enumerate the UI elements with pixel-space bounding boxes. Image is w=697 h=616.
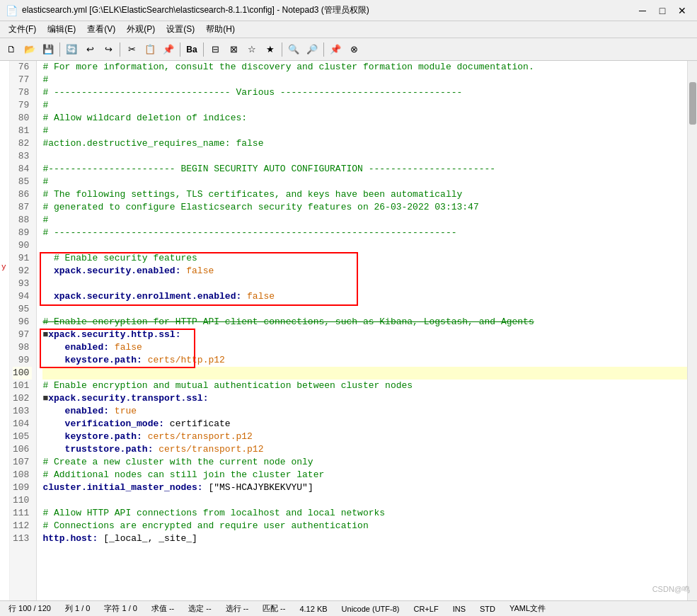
value-text: false xyxy=(180,266,214,276)
value-text: false xyxy=(109,342,142,353)
key-text: verification_mode: xyxy=(42,418,164,429)
pin-button[interactable]: 📌 xyxy=(327,41,344,58)
line-number: 91 xyxy=(13,252,32,265)
status-select: 选定 -- xyxy=(185,603,214,614)
line-numbers: 7677787980818283848586878889909192939495… xyxy=(10,61,37,600)
code-line: #----------------------- BEGIN SECURITY … xyxy=(42,163,687,176)
menu-settings[interactable]: 设置(S) xyxy=(161,22,200,37)
line-number: 96 xyxy=(13,316,32,329)
status-col: 列 1 / 0 xyxy=(62,603,93,614)
redo-button[interactable]: ↪ xyxy=(100,41,117,58)
menu-view[interactable]: 查看(V) xyxy=(81,22,121,37)
status-filetype: YAML文件 xyxy=(507,603,548,614)
status-size: 4.12 KB xyxy=(296,605,330,613)
line-number: 84 xyxy=(13,163,32,176)
status-ins: INS xyxy=(450,605,468,613)
format-button[interactable]: ⊟ xyxy=(207,41,224,58)
menu-file[interactable]: 文件(F) xyxy=(3,22,42,37)
code-line: # For more information, consult the disc… xyxy=(42,61,687,74)
line-number: 101 xyxy=(13,380,32,392)
comment-text: # Connections are encrypted and require … xyxy=(42,520,368,532)
line-number: 93 xyxy=(13,278,32,290)
code-line: ■xpack.security.transport.ssl: xyxy=(42,392,687,405)
line-number: 81 xyxy=(13,125,32,137)
copy-button[interactable]: 📋 xyxy=(142,41,159,58)
key-text: xpack.security.transport.ssl: xyxy=(48,393,208,404)
comment-text: # xyxy=(42,125,48,137)
line-number: 111 xyxy=(13,507,32,520)
line-number: 90 xyxy=(13,239,32,252)
line-number: 113 xyxy=(13,532,32,545)
toolbar-sep-6 xyxy=(323,42,324,57)
code-line: # Create a new cluster with the current … xyxy=(42,456,687,469)
refresh-button[interactable]: 🔄 xyxy=(63,41,80,58)
code-line: # The following settings, TLS certificat… xyxy=(42,188,687,201)
undo-button[interactable]: ↩ xyxy=(81,41,98,58)
menu-appearance[interactable]: 外观(P) xyxy=(121,22,161,37)
line-number: 97 xyxy=(13,329,32,341)
code-line: keystore.path: certs/transport.p12 xyxy=(42,430,687,443)
line-number: 82 xyxy=(13,137,32,150)
value-text: ["MS-HCAJYBKEKVYU"] xyxy=(203,482,313,493)
find-button[interactable]: Ba xyxy=(183,41,200,58)
toolbar: 🗋 📂 💾 🔄 ↩ ↪ ✂ 📋 📌 Ba ⊟ ⊠ ☆ ★ 🔍 🔎 📌 ⊗ xyxy=(0,38,697,61)
toolbar-sep-3 xyxy=(180,42,180,57)
close-button[interactable]: ✕ xyxy=(673,4,691,18)
keyval-path-text: keystore.path: certs/transport.p12 xyxy=(42,430,252,443)
code-line: # --------------------------------------… xyxy=(42,227,687,239)
code-area[interactable]: # For more information, consult the disc… xyxy=(37,61,687,600)
line-number: 92 xyxy=(13,265,32,278)
key-text: xpack.security.enrollment.enabled: xyxy=(42,291,241,302)
status-find: 求值 -- xyxy=(149,603,177,614)
code-line xyxy=(42,367,687,380)
comment-text: # Enable encryption and mutual authentic… xyxy=(42,380,413,392)
new-button[interactable]: 🗋 xyxy=(3,41,20,58)
scrollbar[interactable] xyxy=(687,61,697,600)
line-number: 100 xyxy=(13,367,32,380)
paste-button[interactable]: 📌 xyxy=(160,41,177,58)
code-line: keystore.path: certs/http.p12 xyxy=(42,354,687,367)
comment-text: # xyxy=(42,74,48,86)
code-line: # Connections are encrypted and require … xyxy=(42,520,687,532)
comment-text: # --------------------------------------… xyxy=(42,227,456,239)
line-number: 105 xyxy=(13,430,32,443)
status-encoding: Unicode (UTF-8) xyxy=(339,605,403,613)
key-text: xpack.security.enabled: xyxy=(42,266,180,276)
cut-button[interactable]: ✂ xyxy=(123,41,140,58)
code-line xyxy=(42,303,687,316)
menu-edit[interactable]: 编辑(E) xyxy=(42,22,81,37)
bookmark2-button[interactable]: ★ xyxy=(262,41,279,58)
code-line: # Enable security features xyxy=(42,252,687,265)
search-button[interactable]: 🔍 xyxy=(285,41,302,58)
view2-button[interactable]: ⊠ xyxy=(225,41,242,58)
menu-help[interactable]: 帮助(H) xyxy=(200,22,241,37)
comment-text: # Enable security features xyxy=(42,252,197,265)
code-line: # Allow wildcard deletion of indices: xyxy=(42,112,687,125)
window-title: elasticsearch.yml [G:\ELK\ElasticSearch\… xyxy=(22,4,633,16)
comment-text: # Additional nodes can still join the cl… xyxy=(42,469,324,481)
code-line: # xyxy=(42,74,687,86)
value-text: certs/http.p12 xyxy=(142,355,225,365)
keyval-bracket-text: cluster.initial_master_nodes: ["MS-HCAJY… xyxy=(42,481,313,494)
search2-button[interactable]: 🔎 xyxy=(304,41,321,58)
line-number: 98 xyxy=(13,341,32,354)
code-line: # generated to configure Elasticsearch s… xyxy=(42,201,687,214)
open-button[interactable]: 📂 xyxy=(21,41,38,58)
comment-text: # xyxy=(42,176,48,188)
code-line: xpack.security.enabled: false xyxy=(42,265,687,278)
save-button[interactable]: 💾 xyxy=(40,41,57,58)
code-line xyxy=(42,278,687,290)
status-char: 字符 1 / 0 xyxy=(101,603,139,614)
code-line xyxy=(42,494,687,507)
maximize-button[interactable]: □ xyxy=(653,4,672,18)
bookmark-button[interactable]: ☆ xyxy=(243,41,260,58)
code-line: # xyxy=(42,214,687,227)
code-line: cluster.initial_master_nodes: ["MS-HCAJY… xyxy=(42,481,687,494)
code-line: # xyxy=(42,176,687,188)
scrollbar-thumb[interactable] xyxy=(689,82,696,125)
minimize-button[interactable]: ─ xyxy=(633,4,652,18)
close2-button[interactable]: ⊗ xyxy=(345,41,362,58)
code-line xyxy=(42,150,687,163)
keyval-bracket2-text: http.host: [_local_, _site_] xyxy=(42,532,197,545)
left-margin: y xyxy=(0,61,10,600)
